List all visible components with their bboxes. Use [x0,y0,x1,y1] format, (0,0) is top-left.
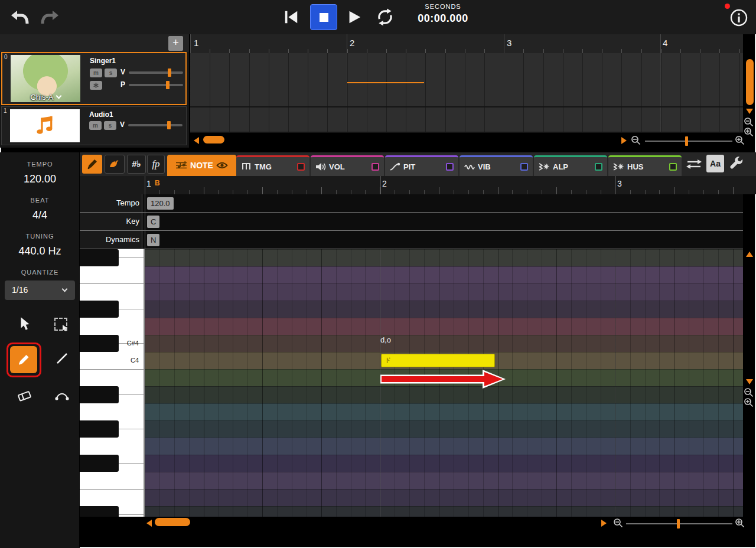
tab-alp[interactable]: ALP [534,155,607,176]
dynamics-row[interactable]: Dynamics N [80,231,743,249]
info-button[interactable] [729,8,749,28]
section-marker-b[interactable]: B [155,179,160,187]
cursor-tool[interactable] [13,312,37,335]
timeline-scroll-right-arrow[interactable] [621,137,627,144]
pitch-row-F3[interactable] [145,472,743,489]
lyric-text-button[interactable]: Aa [706,155,724,172]
key-row-value[interactable]: C [147,216,159,228]
pitch-row-C#4[interactable] [145,335,743,352]
redo-button[interactable] [40,8,60,28]
mute-button[interactable]: m [89,121,102,130]
volume-slider[interactable] [129,71,183,74]
pitch-row-G3[interactable] [145,438,743,455]
bird-button[interactable] [105,155,125,174]
audio-clip-tile[interactable] [10,109,80,142]
dynamics-button[interactable]: fp [147,155,165,174]
piano-key-D#3[interactable] [80,506,119,517]
line-tool[interactable] [52,348,72,368]
piano-key-F#3[interactable] [80,455,119,472]
piano-key-D#4[interactable] [80,301,119,318]
pitch-row-D4[interactable] [145,318,743,335]
marquee-select-tool[interactable] [51,314,71,334]
eye-icon[interactable] [216,161,228,169]
timeline-vscroll-thumb[interactable] [746,59,754,105]
roll-vzoom-in-icon[interactable] [744,397,754,407]
tab-hus[interactable]: HUS [608,155,682,176]
piano-key-A#3[interactable] [80,386,119,403]
roll-scroll-left-arrow[interactable] [146,520,152,527]
loop-button[interactable] [374,7,396,27]
roll-zoom-out-icon[interactable] [613,518,623,528]
tab-alp-checkbox[interactable] [595,163,602,171]
volume-slider[interactable] [128,124,183,126]
track-singer1[interactable]: 0 Chis-A Singer1 m s V P [1,52,187,105]
pitch-row-D#3[interactable] [145,506,743,517]
eraser-tool[interactable] [12,385,37,407]
timeline-lanes[interactable] [190,53,743,133]
play-button[interactable] [344,8,363,27]
roll-zoom-slider-thumb[interactable] [677,519,680,529]
pan-slider[interactable] [129,84,183,86]
roll-hscroll-thumb[interactable] [155,518,190,526]
dynamics-row-value[interactable]: N [147,234,159,246]
tab-vol[interactable]: VOL [311,155,384,176]
timeline-hscroll-thumb[interactable] [203,136,224,143]
piano-key-G#3[interactable] [80,420,119,438]
stop-button[interactable] [310,4,337,30]
quantize-select[interactable]: 1/16 [5,280,75,300]
solo-button[interactable]: s [104,121,116,130]
singer1-clip[interactable] [347,82,424,83]
pitch-row-E3[interactable] [145,489,743,506]
pitch-row-F#3[interactable] [145,455,743,472]
wrench-icon[interactable] [729,156,745,172]
pitch-row-E4[interactable] [145,283,743,301]
tab-pit[interactable]: PIT [385,155,458,176]
roll-scroll-down-arrow[interactable] [746,379,753,384]
roll-scroll-up-arrow[interactable] [746,252,753,257]
piano-keyboard[interactable]: C#4C4 [80,249,145,517]
beat-value[interactable]: 4/4 [0,209,80,221]
editor-ruler[interactable]: 1 B 2 3 [80,176,756,194]
timeline-scroll-left-arrow[interactable] [194,137,199,144]
transfer-icon[interactable] [686,158,702,171]
piano-roll-grid[interactable]: d,o ド [145,249,743,517]
piano-key-F#4[interactable] [80,249,119,266]
tab-pit-checkbox[interactable] [446,163,454,171]
volume-slider-thumb[interactable] [167,121,171,129]
roll-zoom-in-icon[interactable] [735,518,745,528]
tab-tmg-checkbox[interactable] [297,163,305,171]
note-c4[interactable]: ド [381,354,495,367]
timeline-vzoom-in-icon[interactable] [744,127,754,137]
tab-vol-checkbox[interactable] [372,163,379,171]
timeline-ruler[interactable]: 1 2 3 4 [190,34,743,53]
tab-tmg[interactable]: TMG [236,155,309,176]
tab-note[interactable]: NOTE [167,155,236,176]
mute-button[interactable]: m [90,68,102,77]
tempo-value[interactable]: 120.00 [0,173,80,185]
pan-slider-thumb[interactable] [166,81,170,89]
timeline-scroll-down-arrow[interactable] [746,109,753,114]
tempo-row-value[interactable]: 120.0 [147,197,174,210]
tempo-row[interactable]: Tempo 120.0 [80,194,743,213]
timeline-zoom-slider[interactable] [645,141,732,142]
timeline-zoom-slider-thumb[interactable] [685,136,688,146]
tab-hus-checkbox[interactable] [669,163,677,171]
tab-vib[interactable]: VIB [460,155,533,176]
solo-button[interactable]: s [105,68,117,77]
track-audio1[interactable]: 1 Audio1 m s V [1,106,187,145]
voice-select[interactable]: Chis-A [11,93,80,102]
pitch-row-F4[interactable] [145,266,743,283]
note-pen-button[interactable] [82,155,102,174]
singer-avatar[interactable]: Chis-A [11,55,80,102]
tie-tool[interactable] [50,385,74,407]
timeline-vzoom-out-icon[interactable] [744,117,754,127]
undo-button[interactable] [9,8,30,28]
pitch-row-A3[interactable] [145,403,743,420]
tab-vib-checkbox[interactable] [520,163,528,171]
pitch-row-D#4[interactable] [145,301,743,318]
add-track-button[interactable]: + [168,36,183,51]
tuning-value[interactable]: 440.0 Hz [0,245,80,257]
style-button[interactable] [90,81,102,90]
accidental-button[interactable]: #♭ [127,155,146,174]
volume-slider-thumb[interactable] [168,68,171,77]
